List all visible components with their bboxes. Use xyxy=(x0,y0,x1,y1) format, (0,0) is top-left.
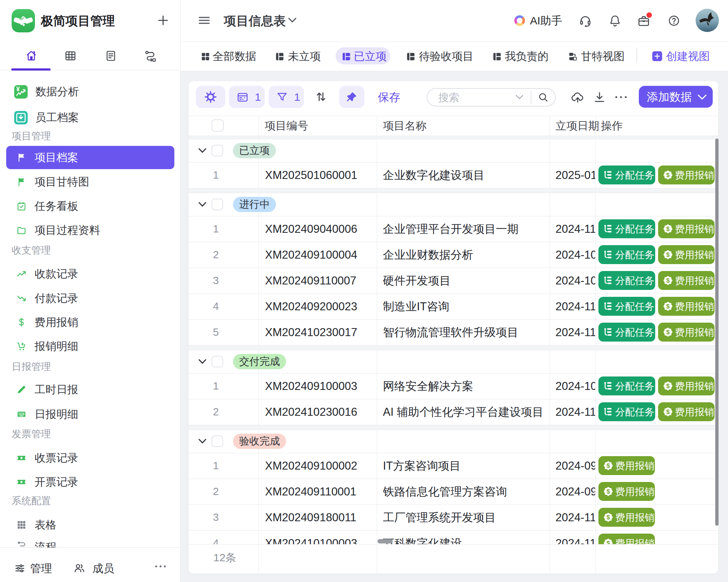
svg-text:$: $ xyxy=(666,251,670,258)
svg-text:$: $ xyxy=(666,277,670,284)
svg-text:$: $ xyxy=(666,383,670,390)
svg-text:$: $ xyxy=(606,540,610,544)
svg-text:$: $ xyxy=(606,462,610,469)
svg-text:$: $ xyxy=(666,172,670,179)
svg-text:$: $ xyxy=(666,329,670,336)
svg-text:$: $ xyxy=(666,226,670,232)
svg-text:$: $ xyxy=(606,488,610,495)
svg-text:$: $ xyxy=(666,408,670,415)
svg-text:¥: ¥ xyxy=(16,85,20,93)
svg-text:$: $ xyxy=(666,303,670,310)
svg-text:$: $ xyxy=(606,514,610,521)
